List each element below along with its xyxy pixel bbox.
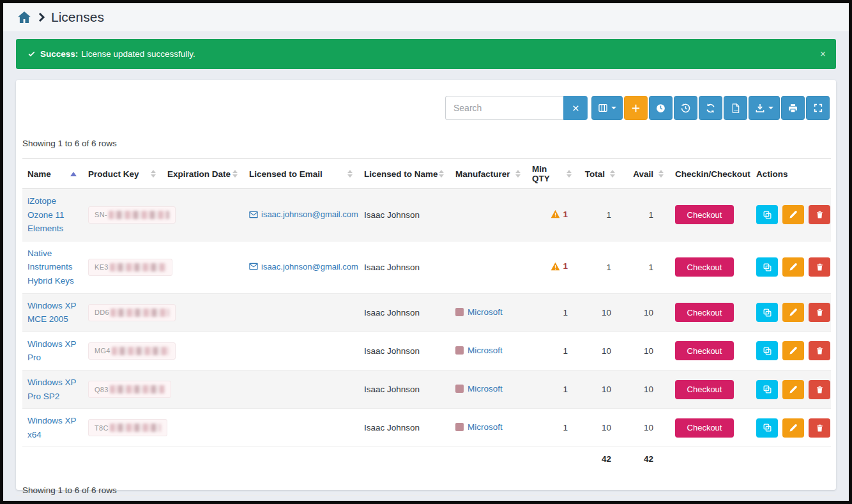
licensed-email-link[interactable]: isaac.johnson@gmail.com: [261, 210, 358, 219]
panel-footer: [16, 495, 836, 496]
sort-ascending-icon: [70, 172, 77, 176]
edit-button[interactable]: [782, 341, 804, 360]
clone-button[interactable]: [756, 303, 778, 322]
checkout-button[interactable]: Checkout: [675, 257, 734, 277]
column-header-total[interactable]: Total: [578, 159, 621, 189]
delete-button[interactable]: [809, 341, 830, 360]
column-header-manufacturer[interactable]: Manufacturer: [450, 159, 527, 189]
sort-icon: [515, 170, 521, 178]
edit-button[interactable]: [782, 418, 804, 438]
delete-button[interactable]: [809, 380, 830, 399]
sort-icon: [567, 170, 572, 178]
license-name-link[interactable]: Windows XP x64: [27, 414, 78, 441]
clone-button[interactable]: [756, 205, 778, 224]
delete-button[interactable]: [809, 303, 830, 322]
history-button[interactable]: [674, 96, 697, 120]
avail-cell: 10: [621, 370, 670, 408]
sort-icon: [347, 170, 353, 178]
delete-button[interactable]: [809, 257, 830, 277]
delete-button[interactable]: [809, 205, 830, 224]
columns-dropdown-button[interactable]: [591, 96, 623, 120]
clear-search-button[interactable]: [563, 96, 588, 120]
deleted-licenses-button[interactable]: [649, 96, 673, 120]
license-name-link[interactable]: Windows XP Pro: [27, 337, 78, 365]
licensed-to-name-cell: Isaac Johnson: [359, 189, 450, 241]
redaction-blur: [109, 211, 169, 219]
edit-button[interactable]: [782, 205, 804, 224]
column-header-min-qty[interactable]: Min QTY: [527, 159, 578, 189]
close-icon: [572, 104, 580, 112]
avail-cell: 1: [621, 241, 670, 293]
showing-rows-text-top: Showing 1 to 6 of 6 rows: [22, 139, 830, 148]
table-toolbar: csv: [22, 96, 830, 120]
edit-button[interactable]: [782, 257, 804, 277]
warning-icon: [551, 262, 560, 271]
clone-icon: [763, 423, 772, 432]
clone-button[interactable]: [756, 380, 778, 399]
column-header-avail[interactable]: Avail: [621, 159, 670, 189]
table-row: Windows XP Pro MG4 Isaac Johnson Microso…: [22, 332, 831, 370]
avail-cell: 10: [621, 293, 670, 332]
print-button[interactable]: [781, 96, 805, 120]
license-name-link[interactable]: iZotope Ozone 11 Elements: [27, 194, 78, 236]
clone-button[interactable]: [756, 418, 778, 438]
total-cell: 10: [578, 332, 621, 370]
home-icon[interactable]: [17, 11, 31, 24]
clone-icon: [763, 346, 772, 356]
manufacturer-link[interactable]: Microsoft: [468, 346, 503, 355]
column-header-expiration-date[interactable]: Expiration Date: [162, 159, 244, 189]
app-window: Licenses Success: License updated succes…: [0, 0, 852, 504]
license-name-link[interactable]: Windows XP Pro SP2: [27, 376, 78, 403]
avail-cell: 1: [621, 189, 670, 241]
checkout-button[interactable]: Checkout: [675, 380, 734, 399]
export-csv-button[interactable]: csv: [724, 96, 747, 120]
table-row: Native Instruments Hybrid Keys KE3 isaac…: [22, 241, 831, 293]
search-input[interactable]: [445, 96, 563, 120]
edit-button[interactable]: [782, 380, 804, 399]
clone-icon: [763, 308, 772, 317]
trash-icon: [816, 308, 824, 317]
manufacturer-link[interactable]: Microsoft: [468, 422, 503, 432]
add-license-button[interactable]: [624, 96, 648, 120]
licensed-email-cell: [244, 409, 359, 447]
totals-row: 42 42: [22, 447, 831, 470]
clone-button[interactable]: [756, 257, 778, 277]
license-name-link[interactable]: Windows XP MCE 2005: [27, 299, 78, 326]
pencil-icon: [789, 385, 798, 394]
checkout-button[interactable]: Checkout: [675, 341, 734, 360]
clone-button[interactable]: [756, 341, 778, 360]
trash-icon: [816, 385, 824, 394]
delete-button[interactable]: [809, 418, 830, 438]
licensed-email-link[interactable]: isaac.johnson@gmail.com: [261, 262, 358, 271]
column-header-name[interactable]: Name: [22, 159, 83, 189]
refresh-button[interactable]: [699, 96, 722, 120]
sort-icon: [610, 170, 615, 178]
table-columns-icon: [598, 103, 608, 113]
manufacturer-cell: [450, 189, 527, 241]
checkout-button[interactable]: Checkout: [675, 418, 734, 438]
toolbar-buttons: csv: [591, 96, 830, 120]
licenses-table: Name Product Key Expiration Date License…: [22, 158, 831, 470]
column-header-licensed-to-name[interactable]: Licensed to Name: [359, 159, 450, 189]
edit-button[interactable]: [782, 303, 804, 322]
manufacturer-link[interactable]: Microsoft: [468, 307, 503, 317]
product-key-redacted: SN-: [88, 206, 176, 224]
checkout-button[interactable]: Checkout: [675, 303, 734, 322]
product-key-redacted: KE3: [88, 259, 172, 276]
fullscreen-button[interactable]: [806, 96, 830, 120]
expiration-date-cell: [162, 370, 244, 408]
column-header-product-key[interactable]: Product Key: [83, 159, 162, 189]
search-group: [445, 96, 588, 120]
check-icon: [27, 50, 36, 58]
license-name-link[interactable]: Native Instruments Hybrid Keys: [27, 247, 78, 288]
column-header-licensed-to-email[interactable]: Licensed to Email: [244, 159, 359, 189]
history-icon: [680, 103, 691, 114]
avail-cell: 10: [621, 332, 670, 370]
plus-icon: [630, 103, 641, 114]
export-download-button[interactable]: [749, 96, 780, 120]
min-qty-cell: 1: [527, 293, 578, 332]
checkout-button[interactable]: Checkout: [675, 205, 734, 224]
manufacturer-link[interactable]: Microsoft: [468, 384, 503, 393]
alert-close-button[interactable]: ×: [820, 49, 826, 59]
redaction-blur: [110, 424, 161, 432]
